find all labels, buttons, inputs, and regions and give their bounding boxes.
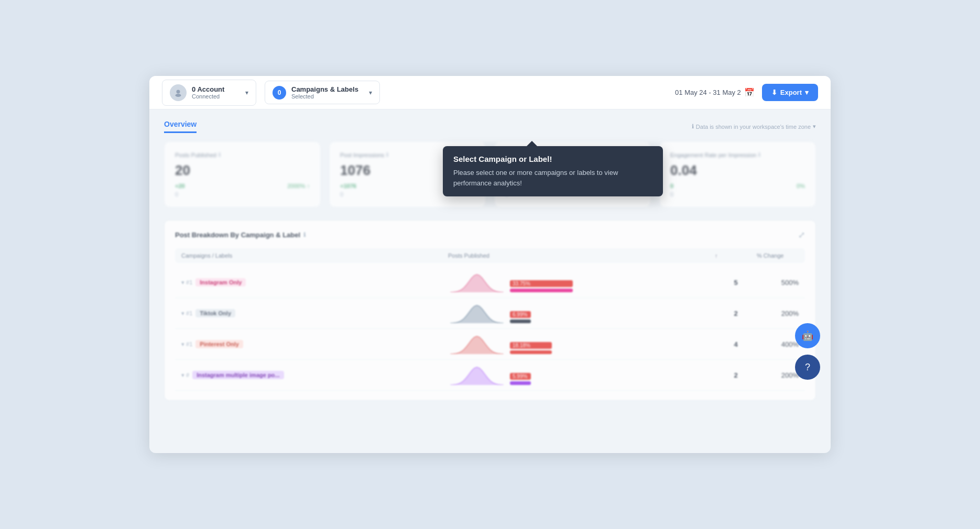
date-range-text: 01 May 24 - 31 May 2	[675, 89, 741, 96]
campaigns-dropdown[interactable]: 0 Campaigns & Labels Selected ▾	[265, 81, 380, 104]
metric-info-icon-1: ℹ	[386, 151, 388, 158]
row-chevron-1: ▾ #1	[181, 310, 192, 317]
metric-change-3: 0	[670, 183, 673, 189]
mini-chart-0: 33.75%	[448, 272, 715, 292]
tag-2: Pinterest Only	[195, 340, 243, 348]
breakdown-table-header: Campaigns / Labels Posts Published ↑ % C…	[175, 248, 805, 263]
table-row[interactable]: ▾ #1 Tiktok Only 6.99% 2 200%	[175, 298, 805, 329]
calendar-icon: 📅	[744, 87, 755, 97]
date-range[interactable]: 01 May 24 - 31 May 2 📅	[675, 87, 755, 97]
account-chevron-icon: ▾	[245, 89, 248, 96]
campaign-label-0: ▾ #1 Instagram Only	[181, 278, 448, 286]
metric-label-0: Posts Published ℹ	[175, 151, 310, 158]
row-chevron-2: ▾ #1	[181, 341, 192, 348]
tag-1: Tiktok Only	[195, 309, 235, 317]
row-value-1: 2	[715, 310, 757, 317]
tag-3: Instagram multiple image po...	[192, 371, 284, 379]
row-chevron-0: ▾ #1	[181, 279, 192, 286]
metric-footer-3: 0 0%	[670, 183, 805, 189]
bar-label-1: 6.99%	[510, 311, 531, 318]
metric-percent-3: 0%	[797, 183, 805, 189]
tab-overview[interactable]: Overview	[164, 120, 197, 133]
floating-buttons: 🤖 ?	[795, 323, 820, 380]
main-content: Overview ℹ Data is shown in your workspa…	[149, 109, 831, 411]
row-chevron-3: ▾ #	[181, 372, 189, 379]
bar-fill-1	[510, 319, 531, 323]
svg-point-0	[177, 90, 180, 93]
info-icon: ℹ	[692, 123, 694, 130]
timezone-text: Data is shown in your workspace's time z…	[696, 124, 811, 130]
export-button[interactable]: ⬇ Export ▾	[762, 84, 818, 101]
metric-value-3: 0.04	[670, 162, 805, 179]
table-row[interactable]: ▾ #1 Instagram Only 33.75% 5 500%	[175, 267, 805, 298]
svg-point-1	[176, 94, 181, 97]
campaign-label-3: ▾ # Instagram multiple image po...	[181, 371, 448, 379]
metric-prev-3: 0	[670, 191, 805, 197]
metric-info-icon-0: ℹ	[219, 151, 221, 158]
account-avatar	[170, 84, 187, 101]
robot-icon: 🤖	[802, 330, 813, 341]
table-row[interactable]: ▾ #1 Pinterest Only 18.18% 4 400%	[175, 329, 805, 360]
metric-prev-0: 0	[175, 191, 310, 197]
account-dropdown[interactable]: 0 Account Connected ▾	[162, 80, 256, 106]
download-icon: ⬇	[771, 89, 777, 96]
row-change-0: 500%	[757, 279, 799, 286]
metric-label-3: Engagement Rate per Impression ℹ	[670, 151, 805, 158]
bar-fill-0	[510, 289, 573, 292]
metric-info-icon-3: ℹ	[758, 151, 760, 158]
campaigns-sub: Selected	[291, 93, 364, 100]
mini-chart-2: 18.18%	[448, 334, 715, 354]
row-change-1: 200%	[757, 310, 799, 317]
export-chevron-icon: ▾	[805, 89, 809, 96]
export-label: Export	[780, 89, 802, 96]
campaigns-badge: 0	[273, 86, 286, 100]
question-icon: ?	[805, 362, 810, 373]
breakdown-title-text: Post Breakdown By Campaign & Label	[175, 231, 300, 239]
breakdown-title: Post Breakdown By Campaign & Label ℹ	[175, 231, 306, 239]
bar-fill-2	[510, 350, 552, 354]
top-bar: 0 Account Connected ▾ 0 Campaigns & Labe…	[149, 76, 831, 109]
account-status: Connected	[192, 93, 240, 100]
app-container: 0 Account Connected ▾ 0 Campaigns & Labe…	[149, 76, 831, 453]
bar-label-0: 33.75%	[510, 280, 573, 287]
row-change-3: 200%	[757, 371, 799, 379]
row-change-2: 400%	[757, 340, 799, 348]
col-sort: ↑	[715, 252, 757, 259]
help-button[interactable]: ?	[795, 355, 820, 380]
metric-card-3: Engagement Rate per Impression ℹ 0.04 0 …	[659, 141, 816, 207]
breakdown-header: Post Breakdown By Campaign & Label ℹ ⤢	[175, 230, 805, 240]
bar-label-3: 5.99%	[510, 373, 531, 380]
tooltip-body: Please select one or more campaigns or l…	[453, 168, 652, 188]
mini-chart-3: 5.99%	[448, 365, 715, 385]
metric-value-0: 20	[175, 162, 310, 179]
metric-change-1: +1076	[340, 183, 356, 189]
mini-chart-1: 6.99%	[448, 303, 715, 323]
row-value-3: 2	[715, 371, 757, 379]
timezone-info: ℹ Data is shown in your workspace's time…	[692, 123, 816, 130]
breakdown-section: Post Breakdown By Campaign & Label ℹ ⤢ C…	[164, 220, 816, 401]
tooltip-box: Select Campaign or Label! Please select …	[443, 146, 663, 196]
campaigns-info: Campaigns & Labels Selected	[291, 85, 364, 100]
campaigns-name: Campaigns & Labels	[291, 85, 364, 93]
expand-icon[interactable]: ⤢	[798, 230, 805, 240]
breakdown-body: ▾ #1 Instagram Only 33.75% 5 500% ▾ #1 T…	[175, 267, 805, 391]
row-value-0: 5	[715, 279, 757, 286]
tab-row: Overview ℹ Data is shown in your workspa…	[164, 120, 816, 133]
campaign-label-1: ▾ #1 Tiktok Only	[181, 309, 448, 317]
tag-0: Instagram Only	[195, 278, 246, 286]
tooltip-arrow	[527, 141, 537, 146]
metric-card-0: Posts Published ℹ 20 +20 2000% ↑ 0	[164, 141, 321, 207]
breakdown-info-icon: ℹ	[303, 232, 306, 238]
table-row[interactable]: ▾ # Instagram multiple image po... 5.99%…	[175, 360, 805, 391]
account-info: 0 Account Connected	[192, 85, 240, 100]
robot-assistant-button[interactable]: 🤖	[795, 323, 820, 348]
col-posts: Posts Published	[448, 252, 715, 259]
account-name: 0 Account	[192, 85, 240, 93]
timezone-chevron-icon: ▾	[813, 123, 816, 130]
col-change: % Change	[757, 252, 799, 259]
metric-percent-0: 2000% ↑	[287, 183, 310, 189]
bar-fill-3	[510, 381, 531, 385]
row-value-2: 4	[715, 340, 757, 348]
campaigns-chevron-icon: ▾	[369, 89, 372, 96]
metric-change-0: +20	[175, 183, 185, 189]
